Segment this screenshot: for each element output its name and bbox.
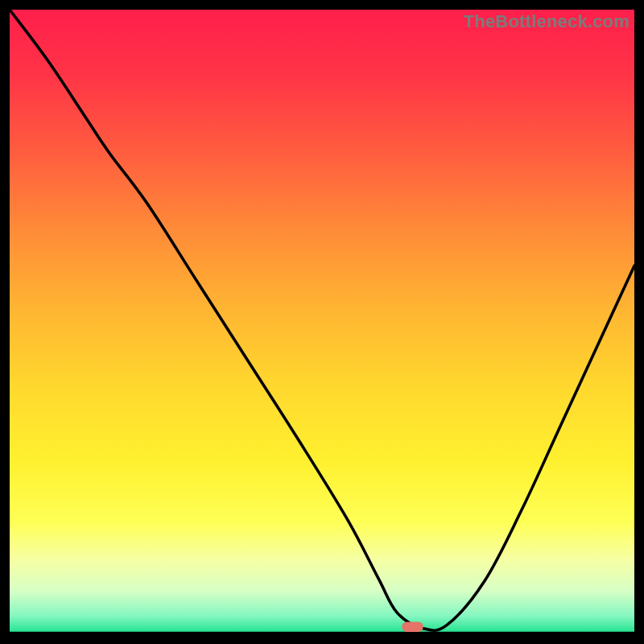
bottleneck-chart xyxy=(10,10,634,634)
plot-area xyxy=(10,10,634,634)
optimal-point-marker xyxy=(402,621,423,631)
chart-container: TheBottleneck.com xyxy=(0,0,644,644)
gradient-background xyxy=(10,10,634,634)
watermark-text: TheBottleneck.com xyxy=(464,11,630,32)
